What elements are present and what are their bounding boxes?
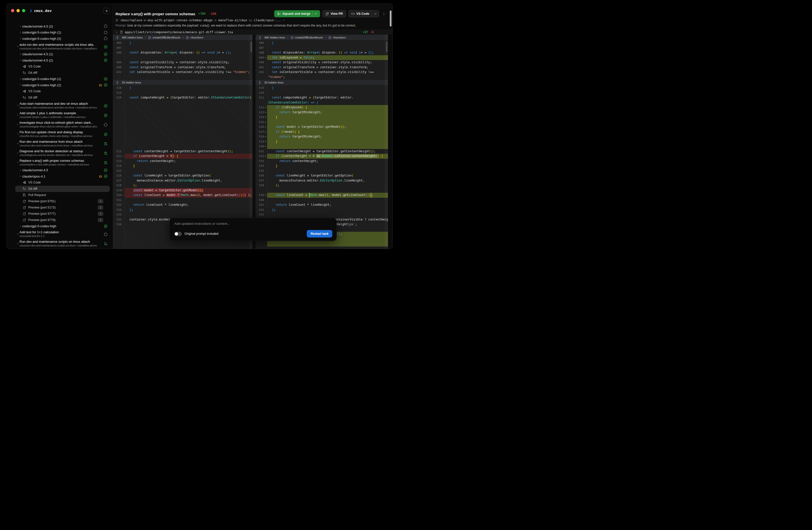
chevron-down-icon[interactable]	[19, 175, 22, 177]
sidebar-task-item[interactable]: Investigate tmux click-to-refresh glitch…	[7, 120, 113, 129]
squash-and-merge-button[interactable]: Squash and merge	[274, 10, 320, 17]
sidebar-branch-item[interactable]: claude/sonnet-4.5 (1)	[7, 51, 113, 57]
hidden-lines-bar[interactable]: 26 hidden lines	[256, 80, 388, 86]
vscode-options-chevron[interactable]	[372, 11, 379, 17]
line-number: 534	[113, 212, 121, 217]
sidebar-task-item[interactable]: Run dev and maintenance scripts on tmux …	[7, 239, 113, 248]
window-scrollbar-track[interactable]	[388, 34, 392, 249]
diff-pane-original[interactable]: 485 hidden lines|createDiffEditorMount›<…	[113, 34, 252, 249]
diff-sign	[264, 100, 267, 105]
more-options-button[interactable]	[98, 205, 103, 210]
sidebar-task-item[interactable]: Auto-start maintenance and dev on tmux a…	[7, 101, 113, 110]
close-button[interactable]	[11, 9, 14, 12]
zoom-button[interactable]	[22, 9, 25, 12]
editor-scrollbar-thumb[interactable]	[386, 42, 388, 52]
chevron-right-icon[interactable]	[16, 133, 19, 135]
sidebar-tool-item-vs-code[interactable]: VS Code	[15, 63, 110, 70]
diff-line: 534	[113, 212, 252, 217]
sidebar-task-item[interactable]: Run dev and maintenance from tmux attach…	[7, 139, 113, 148]
sidebar-task-item[interactable]: Fix first-run update check and dialog di…	[7, 129, 113, 139]
vscode-button[interactable]: VS Code	[348, 10, 379, 17]
chevron-right-icon[interactable]	[16, 233, 19, 235]
minimize-button[interactable]	[16, 9, 20, 12]
chevron-right-icon[interactable]	[19, 78, 22, 80]
sidebar-task-item[interactable]: Diagnose and fix docker detection at sta…	[7, 148, 113, 158]
chevron-right-icon[interactable]	[16, 104, 19, 107]
header-more-button[interactable]	[381, 12, 386, 15]
diff-line-deleted: 530− const lineCount = model ? Math.max(…	[113, 193, 252, 198]
sidebar-tool-item-vs-code[interactable]: VS Code	[15, 180, 110, 186]
sidebar-task-item[interactable]: Add simple 1 plus 1 arithmetic example c…	[7, 110, 113, 120]
sidebar-branch-item[interactable]: codex/gpt-5-codex-high (1)	[7, 76, 113, 82]
sidebar-tool-item-preview-port-9777-[interactable]: Preview (port 9777)	[15, 211, 110, 217]
chevron-right-icon[interactable]	[19, 25, 22, 28]
sidebar-branch-item[interactable]: claude/sonnet-4.5 (2)	[7, 23, 113, 29]
chevron-down-icon[interactable]	[116, 31, 118, 33]
pane-divider[interactable]	[252, 34, 256, 249]
chevron-right-icon[interactable]	[16, 242, 19, 245]
instructions-input[interactable]: Add updated instructions or context...	[174, 222, 332, 226]
sidebar-task-item[interactable]: Replace v.any() with proper convex schem…	[7, 158, 113, 167]
chevron-down-icon[interactable]	[19, 59, 22, 61]
sidebar-tool-item-preview-port-6791-[interactable]: Preview (port 6791)	[15, 198, 110, 204]
chevron-right-icon[interactable]	[16, 114, 19, 116]
screenshot-stage: ❯ cmux.dev + claude/sonnet-4.5 (2) codex…	[0, 0, 406, 265]
sidebar-tool-item-pull-request[interactable]: Pull Request	[15, 192, 110, 198]
chevron-right-icon[interactable]	[16, 152, 19, 154]
sidebar-branch-item[interactable]: codex/gpt-5-codex-high	[7, 223, 113, 229]
breadcrumb-symbol[interactable]: createDiffEditorMount	[290, 36, 323, 39]
chevron-right-icon[interactable]	[16, 123, 19, 126]
sidebar-branch-item[interactable]: codex/gpt-5-codex-high (2)	[7, 35, 113, 42]
hidden-lines-bar[interactable]: 485 hidden lines|createDiffEditorMount›<…	[113, 34, 252, 41]
breadcrumb-symbol[interactable]: <function>	[328, 36, 346, 39]
sidebar-branch-item[interactable]: claude/opus-4.1	[7, 173, 113, 180]
agent-selector[interactable]: claude/opus-...	[254, 18, 281, 22]
breadcrumb-symbol[interactable]: <function>	[186, 36, 204, 39]
diff-pane-modified[interactable]: 485 hidden lines|createDiffEditorMount›<…	[256, 34, 388, 249]
more-options-button[interactable]	[98, 212, 103, 216]
original-prompt-toggle[interactable]	[174, 232, 182, 236]
diff-sign	[264, 178, 267, 183]
chevron-right-icon[interactable]	[19, 225, 22, 228]
branch-label: claude/sonnet-4.5	[22, 168, 48, 172]
sidebar-task-item[interactable]: auto-run dev and maintenance scripts via…	[7, 42, 113, 51]
new-task-button[interactable]: +	[103, 8, 110, 14]
status-check-icon	[104, 77, 107, 81]
diff-sign	[121, 217, 125, 222]
chevron-down-icon[interactable]	[19, 84, 22, 86]
line-number: 531	[113, 198, 121, 203]
window-scrollbar-thumb[interactable]	[390, 11, 392, 27]
line-number: 539	[256, 193, 264, 198]
chevron-down-icon[interactable]	[283, 19, 285, 22]
file-header[interactable]: apps/client/src/components/monaco/monaco…	[113, 30, 392, 34]
editor-scrollbar-thumb[interactable]	[250, 42, 252, 52]
sidebar-branch-item[interactable]: codex/gpt-5-codex-high (2)	[7, 82, 113, 88]
chevron-right-icon[interactable]	[19, 31, 22, 34]
sidebar-branch-item[interactable]: claude/sonnet-4.5 (2)	[7, 57, 113, 63]
hidden-lines-bar[interactable]: 26 hidden lines	[113, 80, 252, 86]
hidden-lines-bar[interactable]: 485 hidden lines|createDiffEditorMount›<…	[256, 34, 388, 41]
chevron-right-icon[interactable]	[19, 169, 22, 172]
chevron-right-icon[interactable]	[19, 53, 22, 56]
breadcrumb-symbol[interactable]: createDiffEditorMount	[148, 36, 180, 39]
chevron-down-icon[interactable]	[16, 45, 19, 48]
more-options-button[interactable]	[98, 199, 103, 203]
sidebar-tool-item-git-diff[interactable]: Git diff	[15, 70, 110, 76]
chevron-down-icon[interactable]	[16, 161, 19, 164]
line-number: 490	[256, 60, 264, 65]
sidebar-tool-item-git-diff[interactable]: Git diff	[15, 95, 110, 101]
sidebar-tool-item-preview-port-5173-[interactable]: Preview (port 5173)	[15, 204, 110, 211]
merge-options-chevron[interactable]	[313, 12, 319, 16]
more-options-button[interactable]	[98, 218, 103, 222]
sidebar-tool-item-vs-code[interactable]: VS Code	[15, 88, 110, 95]
restart-task-button[interactable]: Restart task	[307, 230, 332, 238]
sidebar-tool-item-git-diff[interactable]: Git diff	[15, 186, 110, 192]
sidebar-task-item[interactable]: Add test for 1+1 calculation cmux/add-te…	[7, 229, 113, 239]
view-pr-button[interactable]: View PR	[322, 10, 346, 17]
chevron-right-icon[interactable]	[19, 37, 22, 40]
sidebar-branch-item[interactable]: codex/gpt-5-codex-high (1)	[7, 29, 113, 36]
code-text: }	[267, 86, 388, 90]
sidebar-tool-item-preview-port-9778-[interactable]: Preview (port 9778)	[15, 217, 110, 223]
chevron-right-icon[interactable]	[16, 142, 19, 145]
sidebar-branch-item[interactable]: claude/sonnet-4.5	[7, 167, 113, 173]
